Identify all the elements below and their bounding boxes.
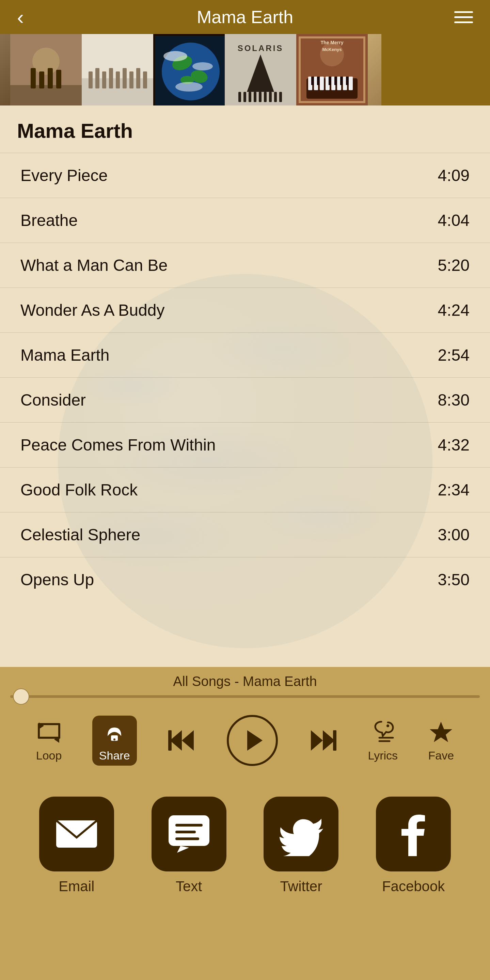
share-icon bbox=[101, 719, 128, 746]
email-share-button[interactable]: Email bbox=[39, 797, 114, 894]
song-duration: 3:50 bbox=[438, 570, 469, 589]
email-icon-box bbox=[39, 797, 114, 872]
svg-rect-29 bbox=[238, 92, 241, 102]
skip-back-button[interactable] bbox=[166, 725, 197, 756]
svg-rect-35 bbox=[269, 92, 272, 102]
album-thumb[interactable]: SOLARIS bbox=[225, 34, 296, 105]
song-row[interactable]: Every Piece 4:09 bbox=[0, 153, 490, 198]
song-row[interactable]: What a Man Can Be 5:20 bbox=[0, 243, 490, 288]
loop-icon bbox=[35, 719, 63, 746]
svg-marker-64 bbox=[182, 730, 194, 751]
svg-point-2 bbox=[32, 48, 60, 75]
album-carousel: SOLARIS bbox=[0, 34, 490, 105]
song-row[interactable]: Mama Earth 2:54 bbox=[0, 332, 490, 377]
song-duration: 4:32 bbox=[438, 436, 469, 454]
now-playing: All Songs - Mama Earth bbox=[0, 674, 490, 689]
svg-rect-48 bbox=[349, 76, 353, 90]
svg-rect-13 bbox=[116, 72, 120, 89]
song-title: Every Piece bbox=[21, 166, 108, 185]
menu-button[interactable] bbox=[454, 11, 473, 23]
back-button[interactable]: ‹ bbox=[17, 5, 24, 29]
svg-rect-12 bbox=[109, 68, 113, 89]
song-row[interactable]: Celestial Sphere 3:00 bbox=[0, 512, 490, 557]
fave-button[interactable]: Fave bbox=[427, 719, 455, 762]
song-title: Opens Up bbox=[21, 570, 94, 589]
loop-label: Loop bbox=[36, 749, 62, 762]
email-label: Email bbox=[59, 878, 94, 894]
share-button[interactable]: Share bbox=[92, 716, 137, 765]
svg-rect-33 bbox=[259, 92, 262, 102]
svg-rect-10 bbox=[95, 68, 99, 89]
svg-rect-9 bbox=[89, 72, 93, 89]
svg-text:McKenys: McKenys bbox=[322, 47, 342, 52]
player-controls: Loop Share bbox=[0, 708, 490, 780]
svg-point-19 bbox=[162, 43, 220, 100]
svg-rect-52 bbox=[334, 76, 337, 85]
svg-marker-71 bbox=[430, 722, 452, 742]
album-thumb-active[interactable] bbox=[153, 34, 225, 105]
svg-rect-51 bbox=[329, 76, 331, 85]
lyrics-icon bbox=[369, 719, 396, 746]
svg-rect-31 bbox=[249, 92, 251, 102]
album-thumb[interactable] bbox=[82, 34, 153, 105]
skip-forward-icon bbox=[308, 725, 338, 756]
svg-rect-50 bbox=[317, 76, 320, 85]
svg-point-70 bbox=[386, 724, 389, 727]
loop-button[interactable]: Loop bbox=[35, 719, 63, 762]
svg-rect-4 bbox=[39, 72, 44, 89]
song-row[interactable]: Opens Up 3:50 bbox=[0, 557, 490, 602]
svg-rect-30 bbox=[243, 92, 246, 102]
svg-rect-75 bbox=[176, 830, 196, 833]
song-duration: 4:24 bbox=[438, 301, 469, 320]
fave-label: Fave bbox=[428, 749, 454, 762]
svg-rect-17 bbox=[143, 72, 147, 89]
song-row[interactable]: Peace Comes From Within 4:32 bbox=[0, 422, 490, 467]
svg-rect-16 bbox=[136, 68, 140, 89]
facebook-share-button[interactable]: Facebook bbox=[376, 797, 451, 894]
player-bar: All Songs - Mama Earth Loop Share bbox=[0, 667, 490, 922]
song-title: Consider bbox=[21, 391, 86, 409]
skip-back-icon bbox=[166, 725, 197, 756]
svg-rect-69 bbox=[333, 730, 337, 751]
song-row[interactable]: Breathe 4:04 bbox=[0, 198, 490, 243]
svg-marker-67 bbox=[323, 730, 335, 751]
play-button[interactable] bbox=[227, 715, 278, 766]
album-thumb[interactable] bbox=[368, 34, 381, 105]
song-title: What a Man Can Be bbox=[21, 256, 168, 275]
song-duration: 4:09 bbox=[438, 166, 469, 185]
album-thumb[interactable] bbox=[0, 34, 10, 105]
song-duration: 2:54 bbox=[438, 346, 469, 364]
skip-forward-button[interactable] bbox=[308, 725, 338, 756]
album-thumb[interactable] bbox=[10, 34, 82, 105]
twitter-icon-box bbox=[263, 797, 338, 872]
svg-rect-5 bbox=[48, 68, 53, 89]
song-duration: 5:20 bbox=[438, 256, 469, 275]
svg-rect-65 bbox=[168, 730, 172, 751]
song-row[interactable]: Good Folk Rock 2:34 bbox=[0, 467, 490, 512]
text-share-button[interactable]: Text bbox=[152, 797, 227, 894]
song-duration: 2:34 bbox=[438, 480, 469, 499]
svg-rect-14 bbox=[123, 68, 127, 89]
album-thumb[interactable]: The Merry McKenys bbox=[296, 34, 368, 105]
song-title: Celestial Sphere bbox=[21, 525, 140, 544]
progress-thumb[interactable] bbox=[13, 688, 29, 705]
song-list: Mama Earth Every Piece 4:09 Breathe 4:04… bbox=[0, 105, 490, 667]
progress-bar[interactable] bbox=[10, 695, 480, 698]
lyrics-button[interactable]: Lyrics bbox=[368, 719, 398, 762]
song-title: Wonder As A Buddy bbox=[21, 301, 164, 320]
svg-rect-49 bbox=[311, 76, 314, 85]
song-row[interactable]: Wonder As A Buddy 4:24 bbox=[0, 288, 490, 332]
svg-rect-34 bbox=[264, 92, 267, 102]
svg-rect-11 bbox=[102, 72, 106, 89]
twitter-share-button[interactable]: Twitter bbox=[263, 797, 338, 894]
text-label: Text bbox=[176, 878, 202, 894]
song-row[interactable]: Consider 8:30 bbox=[0, 377, 490, 422]
svg-rect-54 bbox=[346, 76, 349, 85]
song-title: Mama Earth bbox=[21, 346, 109, 364]
facebook-icon-box bbox=[376, 797, 451, 872]
svg-marker-66 bbox=[247, 730, 263, 751]
svg-point-24 bbox=[192, 62, 213, 70]
svg-rect-36 bbox=[274, 92, 277, 102]
svg-rect-37 bbox=[279, 92, 282, 102]
svg-point-62 bbox=[113, 738, 115, 740]
